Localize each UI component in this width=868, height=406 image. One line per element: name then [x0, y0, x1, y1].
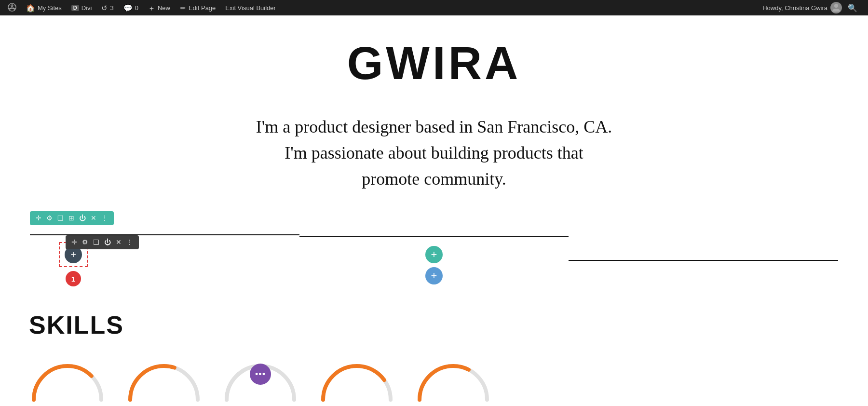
- row-copy-icon[interactable]: ❑: [91, 237, 101, 247]
- skill-circle-2: [125, 354, 203, 402]
- greeting-text: Howdy, Christina Gwira: [762, 4, 827, 12]
- row-more-icon[interactable]: ⋮: [124, 237, 135, 247]
- skills-title: SKILLS: [29, 311, 839, 339]
- divider-line-3: [569, 260, 838, 261]
- page-content: GWIRA I'm a product designer based in Sa…: [0, 15, 868, 406]
- row-settings-icon[interactable]: ⚙: [80, 237, 90, 247]
- skill-circle-1: [29, 354, 106, 402]
- comments-count: 0: [135, 4, 138, 12]
- skills-circles-row: •••: [29, 354, 839, 406]
- hero-title: GWIRA: [0, 27, 868, 95]
- tagline: I'm a product designer based in San Fran…: [0, 99, 868, 211]
- comments-icon: 💬: [123, 4, 133, 12]
- divider-editing-area: ✛ ⚙ ❑ ⊞ ⏻ ✕ ⋮ ✛ ⚙ ❑ ⏻ ✕ ⋮ +: [0, 211, 868, 291]
- row-move-icon[interactable]: ✛: [69, 237, 79, 247]
- hero-title-section: GWIRA: [0, 15, 868, 99]
- middle-col-btns: + +: [425, 246, 443, 284]
- add-blue-button[interactable]: +: [425, 267, 443, 284]
- admin-bar: 🏠 My Sites D Divi ↺ 3 💬 0 ＋ New ✏ Edit P…: [0, 0, 868, 15]
- home-icon: 🏠: [26, 4, 35, 12]
- edit-page-item[interactable]: ✏ Edit Page: [176, 0, 219, 15]
- svg-point-1: [834, 4, 838, 8]
- row-toolbar[interactable]: ✛ ⚙ ❑ ⏻ ✕ ⋮: [66, 235, 139, 249]
- exit-visual-builder-item[interactable]: Exit Visual Builder: [221, 0, 280, 15]
- section-delete-icon[interactable]: ✕: [89, 213, 98, 223]
- section-grid-icon[interactable]: ⊞: [67, 213, 76, 223]
- section-settings-icon[interactable]: ⚙: [44, 213, 54, 223]
- search-icon[interactable]: 🔍: [845, 3, 860, 13]
- avatar[interactable]: [830, 2, 842, 14]
- section-move-icon[interactable]: ✛: [34, 213, 43, 223]
- section-copy-icon[interactable]: ❑: [55, 213, 66, 223]
- counter-item[interactable]: ↺ 3: [97, 0, 117, 15]
- divi-label: Divi: [81, 4, 92, 12]
- wp-icon: [8, 3, 16, 13]
- skill-circle-3: •••: [222, 354, 299, 402]
- plus-icon: ＋: [148, 4, 155, 12]
- wp-logo[interactable]: [4, 0, 20, 15]
- edit-page-label: Edit Page: [189, 4, 216, 12]
- section-more-icon[interactable]: ⋮: [99, 213, 110, 223]
- skills-section: SKILLS: [0, 291, 868, 406]
- admin-bar-right: Howdy, Christina Gwira 🔍: [759, 2, 864, 14]
- skill-circle-5: [415, 354, 492, 402]
- row-delete-icon[interactable]: ✕: [114, 237, 123, 247]
- divi-icon: D: [71, 5, 79, 11]
- my-sites-label: My Sites: [38, 4, 62, 12]
- exit-builder-label: Exit Visual Builder: [225, 4, 276, 12]
- divider-line-2: [299, 236, 569, 237]
- pencil-icon: ✏: [180, 4, 186, 12]
- badge-red: 1: [66, 271, 81, 286]
- my-sites-item[interactable]: 🏠 My Sites: [22, 0, 66, 15]
- row-toggle-icon[interactable]: ⏻: [102, 238, 113, 247]
- col-3: [569, 260, 838, 261]
- skill-circle-4: [318, 354, 395, 402]
- new-label: New: [158, 4, 170, 12]
- add-teal-button[interactable]: +: [425, 246, 443, 263]
- divi-item[interactable]: D Divi: [68, 0, 96, 15]
- section-toolbar[interactable]: ✛ ⚙ ❑ ⊞ ⏻ ✕ ⋮: [30, 211, 114, 225]
- dots-menu-button[interactable]: •••: [250, 364, 271, 385]
- counter-value: 3: [110, 4, 113, 12]
- section-toggle-icon[interactable]: ⏻: [77, 214, 88, 223]
- comments-item[interactable]: 💬 0: [120, 0, 142, 15]
- divider-row: + 1 + +: [0, 211, 868, 291]
- recycle-icon: ↺: [101, 4, 108, 12]
- col-2: + +: [299, 236, 569, 284]
- new-item[interactable]: ＋ New: [144, 0, 174, 15]
